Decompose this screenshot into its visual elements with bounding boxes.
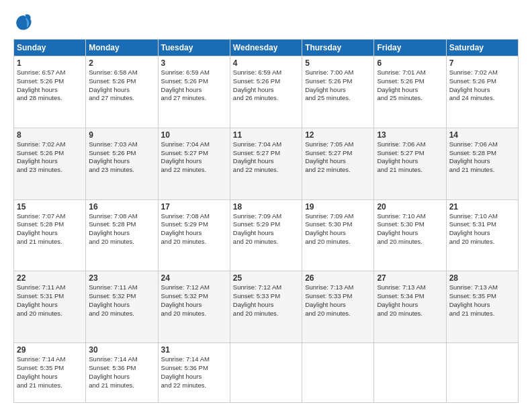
day-info: Sunrise: 7:04 AM Sunset: 5:27 PM Dayligh… [233,140,299,175]
empty-cell [302,343,374,403]
table-row: 24 Sunrise: 7:12 AM Sunset: 5:32 PM Dayl… [158,271,230,343]
day-info: Sunrise: 7:03 AM Sunset: 5:26 PM Dayligh… [89,140,154,175]
calendar-week-row: 22 Sunrise: 7:11 AM Sunset: 5:31 PM Dayl… [14,271,519,343]
table-row: 23 Sunrise: 7:11 AM Sunset: 5:32 PM Dayl… [86,271,158,343]
day-number: 27 [377,273,443,283]
day-number: 6 [377,58,443,68]
day-info: Sunrise: 7:13 AM Sunset: 5:35 PM Dayligh… [449,283,515,318]
day-info: Sunrise: 7:10 AM Sunset: 5:30 PM Dayligh… [377,212,443,246]
calendar-header-row: Sunday Monday Tuesday Wednesday Thursday… [14,40,519,56]
calendar-week-row: 8 Sunrise: 7:02 AM Sunset: 5:26 PM Dayli… [14,128,519,199]
day-number: 19 [305,202,371,212]
day-number: 31 [161,345,227,355]
table-row: 22 Sunrise: 7:11 AM Sunset: 5:31 PM Dayl… [14,271,86,343]
day-info: Sunrise: 7:14 AM Sunset: 5:36 PM Dayligh… [161,355,227,390]
table-row: 2 Sunrise: 6:58 AM Sunset: 5:26 PM Dayli… [86,56,158,128]
day-number: 20 [377,202,443,212]
day-number: 15 [17,202,83,212]
table-row: 26 Sunrise: 7:13 AM Sunset: 5:33 PM Dayl… [302,271,374,343]
day-number: 7 [449,58,515,68]
table-row: 6 Sunrise: 7:01 AM Sunset: 5:26 PM Dayli… [374,56,446,128]
table-row: 9 Sunrise: 7:03 AM Sunset: 5:26 PM Dayli… [86,128,158,199]
day-number: 18 [233,202,299,212]
day-number: 25 [233,273,299,283]
calendar-table: Sunday Monday Tuesday Wednesday Thursday… [13,39,519,403]
logo [13,12,36,32]
table-row: 7 Sunrise: 7:02 AM Sunset: 5:26 PM Dayli… [446,56,518,128]
table-row: 18 Sunrise: 7:09 AM Sunset: 5:29 PM Dayl… [230,199,302,271]
day-info: Sunrise: 7:06 AM Sunset: 5:28 PM Dayligh… [449,140,515,175]
table-row: 19 Sunrise: 7:09 AM Sunset: 5:30 PM Dayl… [302,199,374,271]
table-row: 25 Sunrise: 7:12 AM Sunset: 5:33 PM Dayl… [230,271,302,343]
day-number: 22 [17,273,83,283]
day-info: Sunrise: 7:11 AM Sunset: 5:31 PM Dayligh… [17,283,83,318]
day-number: 8 [17,130,83,140]
col-tuesday: Tuesday [158,40,230,56]
day-number: 23 [89,273,154,283]
table-row: 12 Sunrise: 7:05 AM Sunset: 5:27 PM Dayl… [302,128,374,199]
day-info: Sunrise: 7:12 AM Sunset: 5:32 PM Dayligh… [161,283,227,318]
table-row: 10 Sunrise: 7:04 AM Sunset: 5:27 PM Dayl… [158,128,230,199]
day-number: 28 [449,273,515,283]
day-info: Sunrise: 7:14 AM Sunset: 5:35 PM Dayligh… [17,355,83,390]
logo-icon [13,12,34,32]
day-info: Sunrise: 7:02 AM Sunset: 5:26 PM Dayligh… [17,140,83,175]
day-number: 9 [89,130,154,140]
day-info: Sunrise: 7:08 AM Sunset: 5:29 PM Dayligh… [161,212,227,246]
day-info: Sunrise: 7:09 AM Sunset: 5:29 PM Dayligh… [233,212,299,246]
table-row: 16 Sunrise: 7:08 AM Sunset: 5:28 PM Dayl… [86,199,158,271]
calendar-week-row: 15 Sunrise: 7:07 AM Sunset: 5:28 PM Dayl… [14,199,519,271]
day-info: Sunrise: 7:06 AM Sunset: 5:27 PM Dayligh… [377,140,443,175]
day-info: Sunrise: 7:11 AM Sunset: 5:32 PM Dayligh… [89,283,154,318]
day-info: Sunrise: 7:14 AM Sunset: 5:36 PM Dayligh… [89,355,154,390]
day-info: Sunrise: 7:12 AM Sunset: 5:33 PM Dayligh… [233,283,299,318]
day-number: 21 [449,202,515,212]
table-row: 3 Sunrise: 6:59 AM Sunset: 5:26 PM Dayli… [158,56,230,128]
day-info: Sunrise: 6:59 AM Sunset: 5:26 PM Dayligh… [233,68,299,103]
col-saturday: Saturday [446,40,518,56]
day-number: 30 [89,345,154,355]
col-monday: Monday [86,40,158,56]
table-row: 27 Sunrise: 7:13 AM Sunset: 5:34 PM Dayl… [374,271,446,343]
day-info: Sunrise: 7:02 AM Sunset: 5:26 PM Dayligh… [449,68,515,103]
col-wednesday: Wednesday [230,40,302,56]
day-info: Sunrise: 7:09 AM Sunset: 5:30 PM Dayligh… [305,212,371,246]
day-number: 14 [449,130,515,140]
col-thursday: Thursday [302,40,374,56]
day-info: Sunrise: 7:05 AM Sunset: 5:27 PM Dayligh… [305,140,371,175]
day-info: Sunrise: 7:13 AM Sunset: 5:33 PM Dayligh… [305,283,371,318]
empty-cell [446,343,518,403]
calendar-week-row: 1 Sunrise: 6:57 AM Sunset: 5:26 PM Dayli… [14,56,519,128]
calendar-week-row: 29 Sunrise: 7:14 AM Sunset: 5:35 PM Dayl… [14,343,519,403]
day-info: Sunrise: 7:00 AM Sunset: 5:26 PM Dayligh… [305,68,371,103]
day-number: 3 [161,58,227,68]
table-row: 1 Sunrise: 6:57 AM Sunset: 5:26 PM Dayli… [14,56,86,128]
day-info: Sunrise: 6:58 AM Sunset: 5:26 PM Dayligh… [89,68,154,103]
day-number: 5 [305,58,371,68]
table-row: 31 Sunrise: 7:14 AM Sunset: 5:36 PM Dayl… [158,343,230,403]
table-row: 29 Sunrise: 7:14 AM Sunset: 5:35 PM Dayl… [14,343,86,403]
day-number: 11 [233,130,299,140]
day-info: Sunrise: 7:13 AM Sunset: 5:34 PM Dayligh… [377,283,443,318]
day-number: 26 [305,273,371,283]
table-row: 8 Sunrise: 7:02 AM Sunset: 5:26 PM Dayli… [14,128,86,199]
table-row: 5 Sunrise: 7:00 AM Sunset: 5:26 PM Dayli… [302,56,374,128]
table-row: 11 Sunrise: 7:04 AM Sunset: 5:27 PM Dayl… [230,128,302,199]
col-friday: Friday [374,40,446,56]
table-row: 14 Sunrise: 7:06 AM Sunset: 5:28 PM Dayl… [446,128,518,199]
day-info: Sunrise: 7:07 AM Sunset: 5:28 PM Dayligh… [17,212,83,246]
empty-cell [374,343,446,403]
table-row: 21 Sunrise: 7:10 AM Sunset: 5:31 PM Dayl… [446,199,518,271]
empty-cell [230,343,302,403]
day-info: Sunrise: 7:04 AM Sunset: 5:27 PM Dayligh… [161,140,227,175]
day-info: Sunrise: 7:01 AM Sunset: 5:26 PM Dayligh… [377,68,443,103]
day-number: 1 [17,58,83,68]
table-row: 20 Sunrise: 7:10 AM Sunset: 5:30 PM Dayl… [374,199,446,271]
calendar-page: Sunday Monday Tuesday Wednesday Thursday… [0,0,532,411]
col-sunday: Sunday [14,40,86,56]
table-row: 17 Sunrise: 7:08 AM Sunset: 5:29 PM Dayl… [158,199,230,271]
header [13,12,519,32]
day-number: 13 [377,130,443,140]
day-number: 12 [305,130,371,140]
day-info: Sunrise: 7:10 AM Sunset: 5:31 PM Dayligh… [449,212,515,246]
